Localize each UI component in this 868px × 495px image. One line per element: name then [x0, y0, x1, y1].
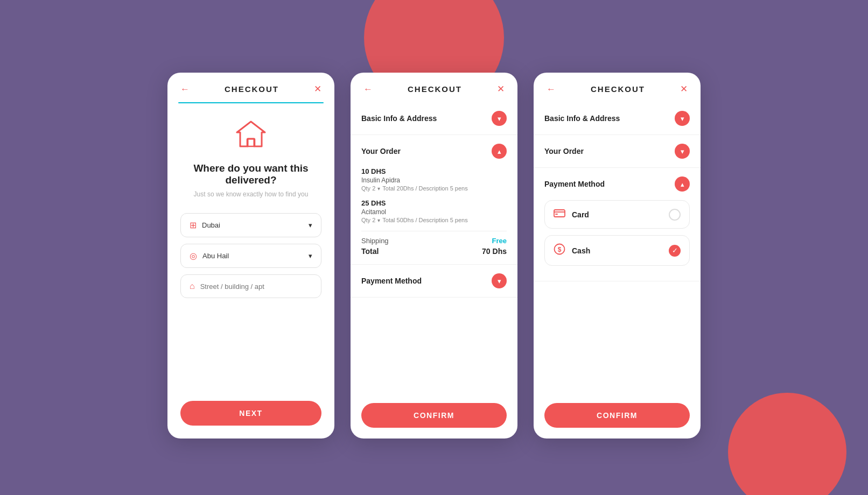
screen3-basic-info-toggle: ▾ [675, 111, 690, 126]
screen3-basic-info-label: Basic Info & Address [544, 114, 620, 123]
total-value: 70 Dhs [482, 247, 507, 256]
screens-container: ← CHECKOUT ✕ Where do you want this deli… [167, 56, 701, 439]
area-label: Abu Hail [202, 252, 229, 260]
order-item-1-price: 10 DHS [361, 167, 507, 175]
screen3-your-order-toggle: ▾ [675, 144, 690, 159]
screen2-your-order-header[interactable]: Your Order ▴ [351, 135, 517, 167]
svg-rect-1 [554, 210, 565, 217]
screen2-title: CHECKOUT [375, 84, 495, 94]
shipping-value: Free [492, 237, 507, 245]
city-dropdown[interactable]: ⊞ Dubai ▾ [180, 213, 321, 237]
order-item-1: 10 DHS Insulin Apidra Qty 2▾ Total 20Dhs… [361, 167, 507, 192]
screen3-payment-accordion: Payment Method ▴ [534, 168, 701, 281]
screen3-body: Basic Info & Address ▾ Your Order ▾ Paym… [534, 102, 701, 439]
deliver-sub: Just so we know exactly how to find you [194, 190, 309, 198]
order-item-2: 25 DHS Acitamol Qty 2▾ Total 50Dhs / Des… [361, 199, 507, 223]
screen3-confirm-button[interactable]: CONFIRM [544, 403, 690, 428]
screen2-order-body: 10 DHS Insulin Apidra Qty 2▾ Total 20Dhs… [351, 167, 517, 264]
screen2-payment-accordion: Payment Method ▾ [351, 265, 517, 298]
cash-option[interactable]: $ Cash ✓ [544, 235, 690, 266]
screen3-close-button[interactable]: ✕ [678, 82, 690, 96]
deliver-title: Where do you want this delivered? [180, 162, 321, 186]
card-label: Card [572, 210, 589, 219]
screen2-basic-info-accordion: Basic Info & Address ▾ [351, 102, 517, 135]
screen2-basic-info-toggle: ▾ [492, 111, 507, 126]
screen2-confirm-button[interactable]: CONFIRM [361, 403, 507, 428]
screen3-card: ← CHECKOUT ✕ Basic Info & Address ▾ Your… [534, 73, 701, 439]
screen3-header: ← CHECKOUT ✕ [534, 73, 701, 102]
screen2-payment-toggle: ▾ [492, 273, 507, 288]
order-item-2-price: 25 DHS [361, 199, 507, 207]
screen3-your-order-label: Your Order [544, 147, 584, 155]
screen2-basic-info-label: Basic Info & Address [361, 114, 437, 123]
cash-icon: $ [554, 243, 565, 258]
screen2-payment-header[interactable]: Payment Method ▾ [351, 265, 517, 297]
screen3-back-button[interactable]: ← [544, 83, 558, 96]
screen2-basic-info-header[interactable]: Basic Info & Address ▾ [351, 102, 517, 135]
location-icon: ◎ [190, 251, 197, 261]
order-shipping-row: Shipping Free [361, 237, 507, 245]
screen2-your-order-accordion: Your Order ▴ 10 DHS Insulin Apidra Qty 2… [351, 135, 517, 265]
city-label: Dubai [202, 221, 220, 229]
card-option[interactable]: Card [544, 200, 690, 229]
screen3-your-order-header[interactable]: Your Order ▾ [534, 135, 701, 167]
order-item-2-qty: Qty 2▾ Total 50Dhs / Description 5 pens [361, 217, 507, 223]
screen3-payment-label: Payment Method [544, 180, 605, 188]
order-item-2-name: Acitamol [361, 208, 507, 216]
screen1-title: CHECKOUT [192, 84, 312, 94]
city-chevron: ▾ [309, 221, 312, 229]
svg-text:$: $ [558, 246, 562, 253]
svg-rect-3 [555, 214, 558, 215]
screen3-your-order-accordion: Your Order ▾ [534, 135, 701, 168]
screen3-payment-header[interactable]: Payment Method ▴ [534, 168, 701, 200]
card-icon [554, 208, 565, 221]
shipping-label: Shipping [361, 237, 389, 245]
city-icon: ⊞ [190, 220, 197, 230]
screen1-back-button[interactable]: ← [178, 83, 192, 96]
screen2-your-order-toggle: ▴ [492, 144, 507, 159]
next-button[interactable]: NEXT [180, 401, 321, 426]
order-total-row: Total 70 Dhs [361, 247, 507, 256]
street-field[interactable]: ⌂ [180, 274, 321, 298]
screen2-payment-label: Payment Method [361, 277, 422, 285]
area-dropdown[interactable]: ◎ Abu Hail ▾ [180, 244, 321, 268]
screen1-card: ← CHECKOUT ✕ Where do you want this deli… [167, 73, 334, 439]
screen2-your-order-label: Your Order [361, 147, 401, 155]
house-icon [235, 119, 267, 153]
cash-label: Cash [572, 246, 590, 255]
screen3-basic-info-accordion: Basic Info & Address ▾ [534, 102, 701, 135]
total-label: Total [361, 247, 379, 256]
screen3-basic-info-header[interactable]: Basic Info & Address ▾ [534, 102, 701, 135]
area-chevron: ▾ [309, 252, 312, 260]
street-icon: ⌂ [190, 281, 195, 291]
order-item-1-qty: Qty 2▾ Total 20Dhs / Description 5 pens [361, 185, 507, 192]
bg-circle-bottom [728, 393, 846, 495]
screen2-card: ← CHECKOUT ✕ Basic Info & Address ▾ Your… [351, 73, 517, 439]
screen3-title: CHECKOUT [558, 84, 678, 94]
screen1-body: Where do you want this delivered? Just s… [167, 103, 334, 439]
screen2-header: ← CHECKOUT ✕ [351, 73, 517, 102]
screen1-header: ← CHECKOUT ✕ [167, 73, 334, 102]
street-input[interactable] [200, 282, 312, 291]
screen1-close-button[interactable]: ✕ [312, 82, 324, 96]
card-radio [669, 209, 681, 221]
screen2-back-button[interactable]: ← [361, 83, 375, 96]
screen3-payment-toggle: ▴ [675, 176, 690, 192]
screen2-body: Basic Info & Address ▾ Your Order ▴ 10 D… [351, 102, 517, 439]
cash-radio: ✓ [669, 245, 681, 257]
screen3-payment-body: Card $ Cash [534, 200, 701, 281]
order-item-1-name: Insulin Apidra [361, 176, 507, 184]
screen2-close-button[interactable]: ✕ [495, 82, 507, 96]
